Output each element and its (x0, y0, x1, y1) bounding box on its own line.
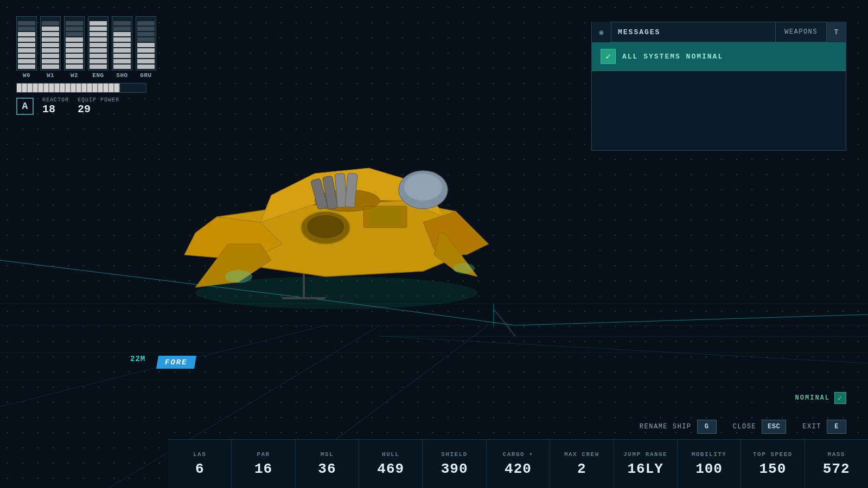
stat-label-10: MASS (828, 451, 845, 458)
power-bar-w1: W1 (40, 16, 61, 79)
stat-value-10: 572 (823, 461, 850, 477)
stat-label-9: TOP SPEED (753, 451, 793, 458)
message-item: ✓ ALL SYSTEMS NOMINAL (592, 42, 846, 71)
stat-value-3: 469 (377, 461, 404, 477)
nominal-text: NOMINAL (795, 394, 830, 402)
stat-col-mass: MASS572 (805, 440, 868, 488)
distance-label: 22M (130, 355, 145, 363)
bar-label-sho: SHO (116, 72, 127, 79)
bar-label-w0: W0 (23, 72, 30, 79)
stat-value-2: 36 (318, 461, 336, 477)
stat-value-4: 390 (441, 461, 468, 477)
power-bar-w2: W2 (64, 16, 85, 79)
reactor-stat: REACTOR 18 (42, 97, 69, 115)
close-key: ESC (762, 420, 786, 434)
exit-label: EXIT (797, 420, 827, 434)
svg-point-30 (453, 263, 475, 274)
bar-label-w2: W2 (71, 72, 78, 79)
svg-rect-34 (369, 209, 401, 225)
messages-icon: ◉ (592, 22, 611, 42)
message-text: ALL SYSTEMS NOMINAL (622, 53, 723, 61)
power-bar-sho: SHO (112, 16, 132, 79)
stat-label-0: LAS (193, 451, 206, 458)
exit-button[interactable]: EXIT E (797, 420, 846, 434)
stat-value-1: 16 (254, 461, 272, 477)
power-bars-container: W0W1W2ENGSHOGRU (16, 16, 156, 79)
messages-title: MESSAGES (611, 28, 775, 36)
stats-bar: LAS6PAR16MSL36HULL469SHIELD390CARGO ▾420… (168, 439, 868, 488)
stat-col-shield: SHIELD390 (423, 440, 486, 488)
power-bar-gru: GRU (136, 16, 156, 79)
stat-value-6: 2 (577, 461, 586, 477)
stat-value-9: 150 (760, 461, 787, 477)
messages-body: ✓ ALL SYSTEMS NOMINAL (591, 42, 846, 151)
stat-value-7: 16LY (627, 461, 663, 477)
stat-col-mobility: MOBILITY100 (678, 440, 741, 488)
stat-value-0: 6 (195, 461, 205, 477)
stat-col-top-speed: TOP SPEED150 (741, 440, 805, 488)
reactor-value: 18 (42, 103, 69, 115)
bar-label-gru: GRU (140, 72, 151, 79)
stat-label-2: MSL (321, 451, 334, 458)
stat-col-par: PAR16 (232, 440, 295, 488)
messages-panel: ◉ MESSAGES WEAPONS T ✓ ALL SYSTEMS NOMIN… (591, 22, 846, 151)
power-progress-bar (16, 83, 146, 93)
fore-label: FORE (156, 356, 196, 369)
stat-label-3: HULL (382, 451, 399, 458)
close-label: CLOSE (727, 420, 762, 434)
rename-ship-key: G (697, 420, 717, 434)
bar-label-w1: W1 (47, 72, 54, 79)
ship-svg (152, 60, 532, 331)
nominal-badge: NOMINAL ✓ (795, 392, 846, 404)
stat-label-5: CARGO ▾ (503, 451, 534, 458)
action-buttons: RENAME SHIP G CLOSE ESC EXIT E (634, 420, 846, 434)
stat-label-8: MOBILITY (692, 451, 727, 458)
stat-col-las: LAS6 (168, 440, 232, 488)
message-check-icon: ✓ (601, 49, 616, 64)
reactor-info: A REACTOR 18 EQUIP POWER 29 (16, 97, 156, 115)
power-bar-eng: ENG (88, 16, 108, 79)
stat-col-jump-range: JUMP RANGE16LY (614, 440, 678, 488)
stat-col-msl: MSL36 (296, 440, 359, 488)
stat-label-1: PAR (257, 451, 270, 458)
t-button[interactable]: T (826, 22, 846, 42)
weapons-tab[interactable]: WEAPONS (775, 22, 826, 42)
svg-point-29 (225, 270, 252, 283)
stat-label-4: SHIELD (441, 451, 468, 458)
messages-header: ◉ MESSAGES WEAPONS T (591, 22, 846, 42)
bar-label-eng: ENG (92, 72, 104, 79)
hud-panel: W0W1W2ENGSHOGRU A REACTOR 18 EQUIP POWER… (16, 16, 156, 115)
equip-value: 29 (78, 103, 119, 115)
power-progress-fill (17, 84, 120, 92)
reactor-icon: A (16, 98, 34, 115)
close-button[interactable]: CLOSE ESC (727, 420, 787, 434)
exit-key: E (827, 420, 846, 434)
stat-label-7: JUMP RANGE (623, 451, 667, 458)
stat-col-cargo--: CARGO ▾420 (487, 440, 550, 488)
rename-ship-label: RENAME SHIP (634, 420, 697, 434)
svg-point-26 (404, 174, 442, 201)
equip-stat: EQUIP POWER 29 (78, 97, 119, 115)
svg-point-32 (307, 215, 344, 239)
power-bar-w0: W0 (16, 16, 37, 79)
stat-value-5: 420 (505, 461, 532, 477)
stat-label-6: MAX CREW (564, 451, 599, 458)
reactor-label: REACTOR (42, 97, 69, 103)
stat-col-hull: HULL469 (359, 440, 423, 488)
stat-value-8: 100 (695, 461, 723, 477)
rename-ship-button[interactable]: RENAME SHIP G (634, 420, 717, 434)
equip-label: EQUIP POWER (78, 97, 119, 103)
nominal-check-icon: ✓ (834, 392, 846, 404)
stat-col-max-crew: MAX CREW2 (550, 440, 614, 488)
